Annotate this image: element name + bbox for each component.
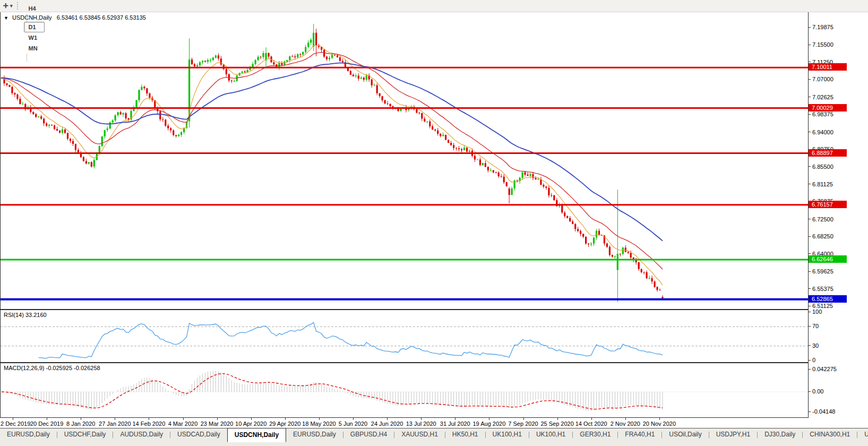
tab-hk50-h1[interactable]: HK50,H1 (445, 428, 485, 441)
price-axis-tick: 6.68250 (809, 233, 833, 239)
tab-china300-h1[interactable]: CHINA300,H1 (803, 428, 857, 441)
tab-usdcad-daily[interactable]: USDCAD,Daily (170, 428, 227, 441)
tab-usdjpy-h1[interactable]: USDJPY,H1 (709, 428, 757, 441)
date-axis-label: 20 Dec 2019 (30, 421, 63, 427)
date-tick-mark (183, 418, 184, 420)
date-tick-mark (489, 418, 489, 420)
price-axis-tick: 7.02625 (809, 94, 833, 100)
tab-usdchf-daily[interactable]: USDCHF,Daily (57, 428, 113, 441)
date-axis-label: 2 Dec 2019 (1, 421, 30, 427)
date-tick-mark (591, 418, 592, 420)
date-tick-mark (523, 418, 524, 420)
tab-gbpusd-h4[interactable]: GBPUSD,H4 (343, 428, 394, 441)
hline-price-flag: 6.62646 (809, 255, 847, 263)
date-tick-mark (659, 418, 660, 420)
tab-eurusd-daily[interactable]: EURUSD,Daily (286, 428, 343, 441)
chart-menu-caret-icon[interactable]: ▼ (4, 15, 8, 21)
toolbar-grip[interactable] (17, 2, 20, 10)
tab-audusd-daily[interactable]: AUDUSD,Daily (113, 428, 170, 441)
date-axis-label: 20 Nov 2020 (643, 421, 676, 427)
date-axis-label: 29 Apr 2020 (269, 421, 300, 427)
tab-usdcnh-daily[interactable]: USDCNH,Daily (227, 428, 286, 442)
date-tick-mark (149, 418, 149, 420)
tab-usoil-h1[interactable]: USOil,H1 (857, 428, 868, 441)
tab-fra40-h1[interactable]: FRA40,H1 (618, 428, 661, 441)
hline-price-flag: 6.88897 (809, 149, 847, 157)
date-axis-label: 10 Apr 2020 (235, 421, 267, 427)
toolbar-separator (27, 54, 27, 62)
price-axis[interactable]: 7.198757.155007.112507.070007.026256.983… (809, 12, 868, 418)
macd-axis-tick: -0.04148 (809, 408, 835, 415)
date-tick-mark (625, 418, 626, 420)
tab-xauusd-h1[interactable]: XAUUSD,H1 (394, 428, 445, 441)
price-axis-tick: 6.59625 (809, 268, 833, 275)
price-axis-tick: 6.72500 (809, 216, 833, 222)
date-axis-label: 23 Mar 2020 (201, 421, 234, 427)
date-axis[interactable]: 2 Dec 201920 Dec 20198 Jan 202027 Jan 20… (0, 418, 809, 428)
date-tick-mark (455, 418, 456, 420)
hline-price-flag: 7.00029 (809, 104, 847, 112)
date-tick-mark (353, 418, 354, 420)
tab-ger30-h1[interactable]: GER30,H1 (573, 428, 617, 441)
date-axis-label: 7 Sep 2020 (508, 421, 538, 427)
price-axis-tick: 7.15500 (809, 41, 833, 48)
price-chart-pane[interactable]: ▼ USDCNH,Daily 6.53461 6.53845 6.52937 6… (0, 12, 809, 310)
date-axis-label: 8 Jan 2020 (66, 421, 95, 427)
rsi-label: RSI(14) 33.2160 (4, 312, 47, 318)
timeframe-button-w1[interactable]: W1 (24, 32, 45, 43)
tab-uk100-h1[interactable]: UK100,H1 (486, 428, 529, 441)
chart-tab-bar: EURUSD,DailyUSDCHF,DailyAUDUSD,DailyUSDC… (0, 428, 868, 446)
price-axis-tick: 6.98375 (809, 111, 833, 117)
date-axis-label: 2 Nov 2020 (611, 421, 640, 427)
macd-axis-tick: 0.00 (809, 388, 823, 394)
tab-eurusd-daily[interactable]: EURUSD,Daily (0, 428, 57, 441)
timeframe-button-mn[interactable]: MN (24, 43, 45, 54)
rsi-axis-tick: 30 (809, 342, 819, 349)
macd-canvas[interactable] (1, 363, 808, 417)
date-tick-mark (557, 418, 558, 420)
date-tick-mark (47, 418, 47, 420)
timeframe-button-d1[interactable]: D1 (24, 22, 45, 32)
date-tick-mark (285, 418, 286, 420)
date-tick-mark (319, 418, 320, 420)
rsi-canvas[interactable] (1, 310, 808, 362)
rsi-axis-tick: 0 (809, 357, 815, 363)
date-axis-label: 18 May 2020 (302, 421, 336, 427)
tab-usoil-daily[interactable]: USOil,Daily (662, 428, 708, 441)
candlestick-canvas[interactable] (1, 12, 808, 309)
timeframe-button-h4[interactable]: H4 (24, 3, 45, 14)
date-axis-label: 13 Jul 2020 (406, 421, 436, 427)
tab-dj30-daily[interactable]: DJ30,Daily (758, 428, 802, 441)
rsi-axis-tick: 70 (809, 323, 819, 329)
price-axis-tick: 7.07000 (809, 76, 833, 82)
date-axis-label: 14 Oct 2020 (575, 421, 607, 427)
macd-indicator-pane[interactable]: MACD(12,26,9) -0.025925 -0.026258 (0, 363, 809, 418)
price-axis-tick: 6.81125 (809, 181, 833, 187)
hline-price-flag: 6.52865 (809, 295, 847, 303)
hline-price-flag: 6.76157 (809, 201, 847, 208)
price-axis-tick: 7.19875 (809, 24, 833, 30)
date-axis-label: 14 Feb 2020 (133, 421, 166, 427)
toolbar-separator (27, 14, 27, 22)
date-tick-mark (115, 418, 115, 420)
cursor-tool-button[interactable]: ✛ ▾ (0, 2, 15, 10)
crosshair-icon: ✛ (3, 2, 8, 10)
date-tick-mark (81, 418, 81, 420)
price-axis-tick: 6.94000 (809, 129, 833, 135)
price-axis-tick: 6.55375 (809, 286, 833, 292)
rsi-axis-tick: 100 (809, 308, 822, 315)
date-axis-label: 19 Aug 2020 (472, 421, 505, 427)
date-axis-label: 25 Sep 2020 (540, 421, 573, 427)
macd-label: MACD(12,26,9) -0.025925 -0.026258 (4, 365, 100, 371)
date-tick-mark (421, 418, 422, 420)
price-axis-tick: 6.85500 (809, 164, 833, 170)
date-tick-mark (13, 418, 13, 420)
tab-uk100-h1[interactable]: UK100,H1 (529, 428, 572, 441)
chevron-down-icon: ▾ (10, 3, 13, 8)
date-tick-mark (217, 418, 218, 420)
hline-price-flag: 7.10011 (809, 63, 847, 71)
date-axis-label: 4 Mar 2020 (168, 421, 198, 427)
date-tick-mark (251, 418, 252, 420)
rsi-indicator-pane[interactable]: RSI(14) 33.2160 (0, 310, 809, 363)
date-axis-label: 27 Jan 2020 (99, 421, 131, 427)
